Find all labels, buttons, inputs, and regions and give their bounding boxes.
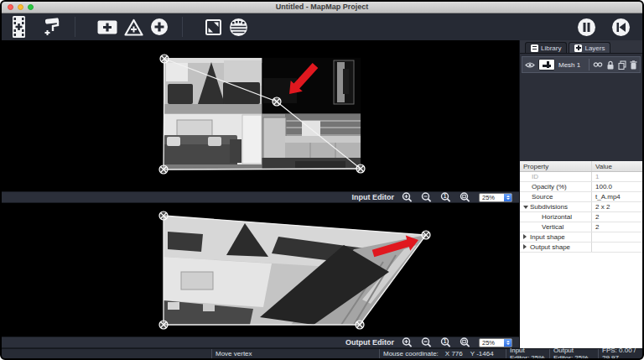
- add-paint-icon: [43, 16, 61, 38]
- add-mesh-icon: [97, 20, 117, 34]
- header-property: Property: [520, 161, 592, 171]
- status-bar: Move vertex Mouse coordinate: X 776 Y -1…: [2, 348, 642, 358]
- status-fps: FPS: 0.00 / 29.97: [598, 349, 642, 358]
- tab-library[interactable]: Library: [525, 42, 567, 53]
- add-triangle-icon: [124, 18, 143, 36]
- status-action: Move vertex: [211, 349, 379, 358]
- disclosure-right-icon[interactable]: [523, 243, 530, 252]
- svg-text:1: 1: [444, 338, 447, 344]
- output-zoom-original-button[interactable]: 1: [440, 337, 452, 348]
- toolbar-separator: [75, 17, 75, 37]
- vertex-handle[interactable]: [160, 55, 169, 63]
- disclosure-down-icon[interactable]: [523, 202, 530, 211]
- mesh-thumbnail-icon: [538, 59, 555, 70]
- add-ellipse-icon: [150, 18, 169, 36]
- solo-button[interactable]: [593, 61, 603, 68]
- output-video-frame: [161, 211, 429, 329]
- status-input-zoom: Input Editor: 25%: [506, 349, 549, 358]
- vertex-handle[interactable]: [422, 231, 430, 239]
- tab-library-label: Library: [541, 44, 561, 52]
- property-row-vertical[interactable]: Vertical 2: [520, 222, 642, 232]
- output-zoom-select[interactable]: 25%: [479, 338, 512, 347]
- main-toolbar: [2, 13, 642, 40]
- window-title: Untitled - MapMap Project: [2, 2, 642, 13]
- vertex-handle[interactable]: [159, 321, 168, 329]
- vertex-handle[interactable]: [159, 165, 168, 174]
- input-editor-canvas[interactable]: [2, 40, 519, 191]
- visibility-toggle[interactable]: [525, 61, 535, 69]
- output-zoom-in-button[interactable]: [402, 337, 413, 348]
- vertex-handle[interactable]: [356, 164, 365, 173]
- input-editor-scene: [2, 40, 519, 191]
- zoom-in-icon: [402, 337, 413, 348]
- input-zoom-in-button[interactable]: [402, 192, 413, 203]
- property-row-opacity[interactable]: Opacity (%) 100.0: [520, 182, 642, 192]
- output-zoom-fit-button[interactable]: [460, 337, 471, 348]
- duplicate-button[interactable]: [618, 60, 626, 70]
- disclosure-right-icon[interactable]: [523, 232, 530, 242]
- layer-list: Mesh 1: [520, 53, 642, 161]
- duplicate-icon: [618, 60, 626, 70]
- trash-icon: [630, 60, 637, 70]
- input-zoom-fit-button[interactable]: [460, 192, 471, 203]
- property-row-output-shape[interactable]: Output shape: [520, 243, 642, 253]
- output-editor-scene: [2, 203, 519, 337]
- property-row-input-shape[interactable]: Input shape: [520, 232, 642, 243]
- rewind-icon: [611, 18, 631, 37]
- output-setup-icon: [229, 18, 248, 37]
- layer-row-separator: [589, 59, 589, 70]
- title-bar: Untitled - MapMap Project: [2, 2, 642, 13]
- pause-icon: [577, 18, 596, 37]
- tab-layers[interactable]: Layers: [569, 42, 610, 53]
- layer-name: Mesh 1: [558, 61, 585, 69]
- vertex-handle[interactable]: [356, 321, 364, 329]
- layer-row-mesh1[interactable]: Mesh 1: [522, 56, 641, 73]
- add-ellipse-button[interactable]: [147, 14, 172, 39]
- display-fullscreen-icon: [205, 18, 222, 36]
- input-zoom-original-button[interactable]: 1: [440, 192, 452, 203]
- stepper-icon: [504, 339, 512, 347]
- vertex-handle[interactable]: [159, 211, 168, 220]
- input-zoom-value: 25%: [480, 194, 504, 201]
- lock-button[interactable]: [606, 60, 615, 70]
- status-output-zoom: Output Editor: 25%: [549, 349, 598, 358]
- solo-icon: [593, 61, 603, 68]
- property-row-horizontal[interactable]: Horizontal 2: [520, 212, 642, 222]
- output-editor-canvas[interactable]: [2, 203, 519, 337]
- rewind-button[interactable]: [608, 14, 634, 39]
- library-icon: [531, 44, 538, 52]
- zoom-original-icon: 1: [440, 192, 452, 203]
- add-triangle-button[interactable]: [121, 14, 147, 39]
- zoom-in-icon: [402, 192, 413, 203]
- add-paint-button[interactable]: [39, 14, 65, 39]
- zoom-fit-icon: [460, 337, 471, 348]
- output-editor-toolbar: Output Editor: [2, 337, 519, 348]
- svg-text:1: 1: [444, 193, 447, 199]
- output-setup-button[interactable]: [226, 14, 252, 39]
- input-zoom-out-button[interactable]: [421, 192, 433, 203]
- property-panel: Property Value ID 1 Opacity (%) 100.0 So…: [520, 161, 642, 348]
- display-fullscreen-button[interactable]: [201, 14, 226, 39]
- status-mouse-coordinate: Mouse coordinate: X 776 Y -1464: [379, 349, 506, 358]
- input-editor-toolbar: Input Editor: [2, 191, 519, 203]
- output-zoom-value: 25%: [480, 339, 504, 347]
- add-media-button[interactable]: [7, 14, 31, 39]
- zoom-out-icon: [421, 337, 433, 348]
- app-window: Untitled - MapMap Project: [0, 0, 644, 360]
- add-mesh-button[interactable]: [94, 14, 121, 39]
- lock-icon: [606, 60, 615, 70]
- property-row-id[interactable]: ID 1: [520, 172, 642, 182]
- pause-button[interactable]: [574, 14, 600, 39]
- input-zoom-select[interactable]: 25%: [479, 193, 512, 202]
- output-zoom-out-button[interactable]: [421, 337, 433, 348]
- delete-button[interactable]: [630, 60, 637, 70]
- tab-layers-label: Layers: [584, 44, 605, 52]
- vertex-handle[interactable]: [273, 97, 281, 106]
- layers-icon: [574, 44, 582, 52]
- toolbar-separator: [182, 17, 183, 37]
- sidebar-tabs: Library Layers: [520, 40, 642, 53]
- property-row-subdivisions[interactable]: Subdivisions 2 x 2: [520, 202, 642, 212]
- zoom-fit-icon: [460, 192, 471, 203]
- output-editor-label: Output Editor: [345, 338, 394, 347]
- property-row-source[interactable]: Source t_A.mp4: [520, 192, 642, 202]
